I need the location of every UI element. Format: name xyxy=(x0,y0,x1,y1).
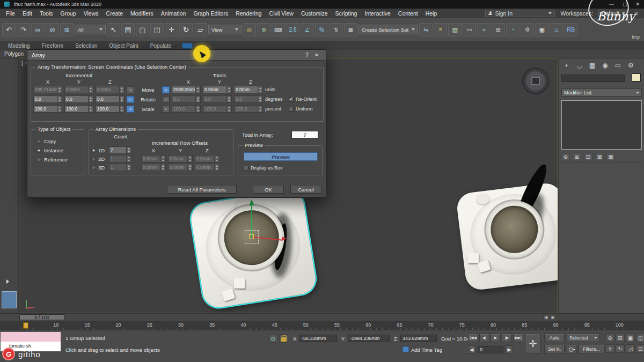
current-frame-field[interactable]: 0 xyxy=(478,346,503,353)
unlink-icon[interactable]: ⊘ xyxy=(46,23,59,36)
slider-prev-icon[interactable]: ◀ xyxy=(543,315,549,320)
render-production-icon[interactable]: ♨ xyxy=(550,23,563,36)
docked-panel-thumbnail[interactable] xyxy=(2,291,17,308)
x-coord-field[interactable]: -56.338mm xyxy=(299,335,337,342)
set-keys-button[interactable]: ✛ xyxy=(525,334,541,354)
offset-3d-y-spinner[interactable]: 0.0mm xyxy=(168,164,193,171)
add-time-tag[interactable]: Add Time Tag xyxy=(411,347,442,353)
count-2d-spinner[interactable]: 1 xyxy=(109,155,131,162)
rotate-total-z-spinner[interactable]: 0.0 xyxy=(234,95,263,103)
bind-spacewarp-icon[interactable]: ≋ xyxy=(60,23,74,36)
field-of-view-icon[interactable]: ◿ xyxy=(626,344,635,353)
zoom-icon[interactable]: ⊕ xyxy=(605,334,614,342)
count-3d-spinner[interactable]: 1 xyxy=(109,164,131,171)
make-unique-icon[interactable]: ⊟ xyxy=(584,153,592,161)
menu-item[interactable]: Customize xyxy=(297,9,332,18)
create-selection-set-dropdown[interactable]: Create Selection Set xyxy=(358,25,418,34)
layer-explorer-icon[interactable]: ▤ xyxy=(448,23,462,36)
menu-item[interactable]: Rendering xyxy=(232,9,265,18)
ribbon-populate-flyout-icon[interactable] xyxy=(182,43,193,49)
material-editor-icon[interactable]: ◔ xyxy=(506,23,519,36)
schematic-view-icon[interactable]: ⊞ xyxy=(492,23,505,36)
remove-modifier-icon[interactable]: ⊠ xyxy=(595,153,604,161)
pan-icon[interactable]: ✛ xyxy=(605,344,614,353)
menu-item[interactable]: Group xyxy=(57,9,80,18)
rb-icon[interactable]: RB xyxy=(564,23,577,36)
scale-inc-z-spinner[interactable]: 100.0 xyxy=(96,105,125,113)
move-total-z-spinner[interactable]: 0.0mm xyxy=(234,86,263,93)
scale-total-z-spinner[interactable]: 100.0 xyxy=(234,105,263,113)
modifier-list-dropdown[interactable]: Modifier List xyxy=(561,88,642,97)
display-tab-icon[interactable]: ▭ xyxy=(612,60,624,70)
reorient-checkbox[interactable] xyxy=(289,97,294,102)
redo-icon[interactable]: ↷ xyxy=(17,23,30,36)
edit-named-selections-icon[interactable]: ▦ xyxy=(344,23,357,36)
offset-2d-z-spinner[interactable]: 0.0mm xyxy=(195,155,219,162)
z-coord-field[interactable]: 343.629mm xyxy=(400,335,437,342)
isolate-selection-icon[interactable]: ⊙ xyxy=(268,334,277,343)
ribbon-tab[interactable]: Populate xyxy=(144,42,177,50)
auto-key-button[interactable]: Auto xyxy=(544,334,565,342)
menu-item[interactable]: Content xyxy=(394,9,422,18)
mirror-icon[interactable]: ⇋ xyxy=(419,23,433,36)
display-as-box-checkbox[interactable] xyxy=(244,166,248,171)
ribbon-tab[interactable]: Freeform xyxy=(36,42,70,50)
align-icon[interactable]: ≡ xyxy=(434,23,447,36)
scale-incremental-arrow-button[interactable]: < xyxy=(127,106,134,113)
rotate-inc-x-spinner[interactable]: 0.0 xyxy=(33,95,62,103)
rotate-incremental-arrow-button[interactable]: < xyxy=(127,96,134,103)
utilities-tab-icon[interactable]: ⚙ xyxy=(625,60,636,70)
move-inc-y-spinner[interactable]: 0.0mm xyxy=(64,86,93,93)
key-filters-icon-button[interactable] xyxy=(567,345,576,353)
dialog-help-button[interactable]: ? xyxy=(302,52,312,58)
offset-3d-z-spinner[interactable]: 0.0mm xyxy=(195,164,219,171)
object-color-swatch[interactable] xyxy=(632,73,641,82)
select-by-name-icon[interactable]: ▤ xyxy=(121,23,135,36)
sign-in-button[interactable]: Sign In xyxy=(485,10,555,17)
track-bar[interactable]: 5101520253035404550556065707580859095100 xyxy=(0,321,644,330)
snaps-toggle-icon[interactable]: 2.5 xyxy=(286,23,299,36)
menu-item[interactable]: Civil View xyxy=(266,9,297,18)
ribbon-tab[interactable]: Selection xyxy=(69,42,103,50)
key-filters-button[interactable]: Filters... xyxy=(579,345,604,353)
menu-item[interactable]: Scripting xyxy=(332,9,361,18)
reset-all-parameters-button[interactable]: Reset All Parameters xyxy=(167,185,237,194)
menu-item[interactable]: Graph Editors xyxy=(189,9,232,18)
navigation-gizmo[interactable] xyxy=(523,69,548,93)
select-link-icon[interactable]: ∞ xyxy=(31,23,45,36)
menu-item[interactable]: Tools xyxy=(36,9,57,18)
curve-editor-icon[interactable]: ≈ xyxy=(477,23,491,36)
undo-icon[interactable]: ↶ xyxy=(2,23,16,36)
array-dialog-titlebar[interactable]: Array ? ✕ xyxy=(27,50,326,61)
zoom-region-icon[interactable]: ◱ xyxy=(636,334,644,342)
instance-radio[interactable] xyxy=(36,148,41,153)
scale-total-x-spinner[interactable]: 100.0 xyxy=(172,105,201,113)
offset-2d-y-spinner[interactable]: 0.0mm xyxy=(168,155,193,162)
uniform-checkbox[interactable] xyxy=(289,107,294,112)
coffee-cup-object[interactable] xyxy=(456,182,558,292)
menu-item[interactable]: Create xyxy=(103,9,127,18)
time-slider-handle[interactable]: 0 / 100 xyxy=(19,314,64,320)
workspaces-dropdown[interactable]: Default xyxy=(598,10,628,17)
motion-tab-icon[interactable]: ◉ xyxy=(599,60,611,70)
ribbon-tab[interactable]: Modeling xyxy=(2,42,36,50)
count-1d-spinner[interactable]: 7 xyxy=(109,146,131,154)
ribbon-panel-label[interactable]: Polygon xyxy=(4,51,24,57)
maximize-viewport-icon[interactable]: ⊡ xyxy=(636,344,644,353)
minimize-button[interactable]: — xyxy=(609,2,614,7)
zoom-all-icon[interactable]: ⊞ xyxy=(616,334,625,342)
move-inc-x-spinner[interactable]: 285.714mm xyxy=(33,86,62,93)
configure-modifier-sets-icon[interactable]: ▦ xyxy=(606,153,615,161)
scale-inc-x-spinner[interactable]: 100.0 xyxy=(33,105,62,113)
select-move-icon[interactable]: ✛ xyxy=(165,23,178,36)
menu-item[interactable]: Views xyxy=(80,9,103,18)
use-pivot-center-icon[interactable]: ◎ xyxy=(243,23,256,36)
selection-filter-dropdown[interactable]: All xyxy=(75,25,106,34)
keyboard-override-icon[interactable]: ⌨ xyxy=(272,23,285,36)
selection-lock-icon[interactable] xyxy=(279,334,288,343)
expand-panel-icon[interactable] xyxy=(6,279,9,284)
move-total-y-spinner[interactable]: 0.0mm xyxy=(203,86,232,93)
rotate-inc-y-spinner[interactable]: 0.0 xyxy=(64,95,93,103)
selected-dropdown[interactable]: Selected xyxy=(567,334,600,342)
previous-frame-button[interactable]: ◀| xyxy=(479,334,489,342)
